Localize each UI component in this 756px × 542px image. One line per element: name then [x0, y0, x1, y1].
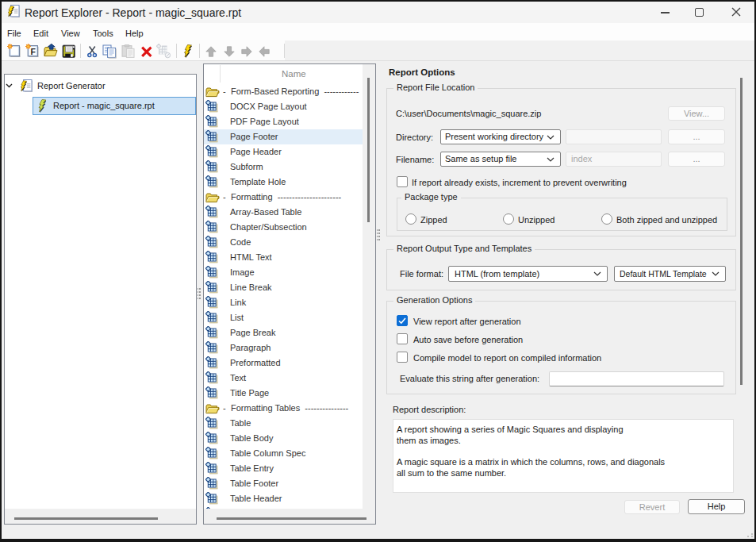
svg-text:F: F	[31, 47, 36, 56]
